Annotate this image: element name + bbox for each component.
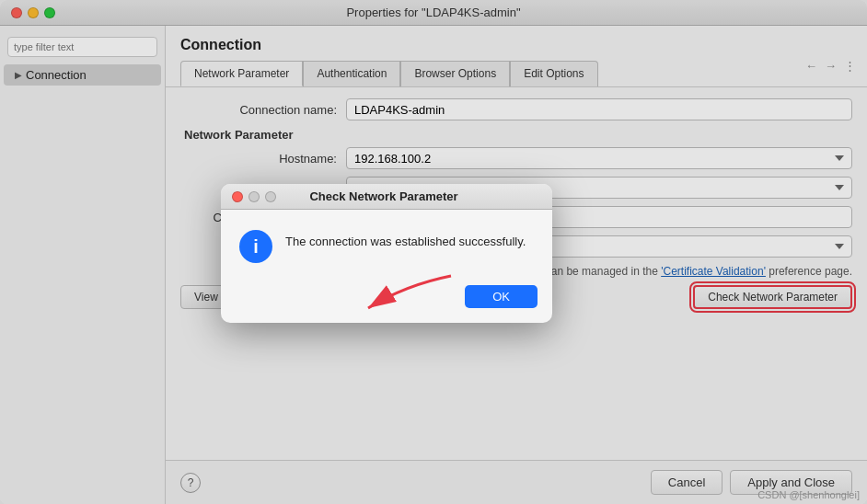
dialog-message: The connection was established successfu…: [285, 228, 526, 250]
info-icon: i: [239, 230, 272, 263]
dialog-title-bar: Check Network Parameter: [221, 184, 552, 210]
red-arrow-annotation: [350, 267, 460, 322]
dialog-maximize-button: [265, 191, 276, 202]
dialog-close-button[interactable]: [232, 191, 243, 202]
dialog-overlay: Check Network Parameter i The connection…: [0, 0, 867, 504]
dialog-minimize-button: [249, 191, 260, 202]
dialog-title: Check Network Parameter: [282, 189, 486, 203]
dialog-ok-button[interactable]: OK: [465, 285, 538, 308]
